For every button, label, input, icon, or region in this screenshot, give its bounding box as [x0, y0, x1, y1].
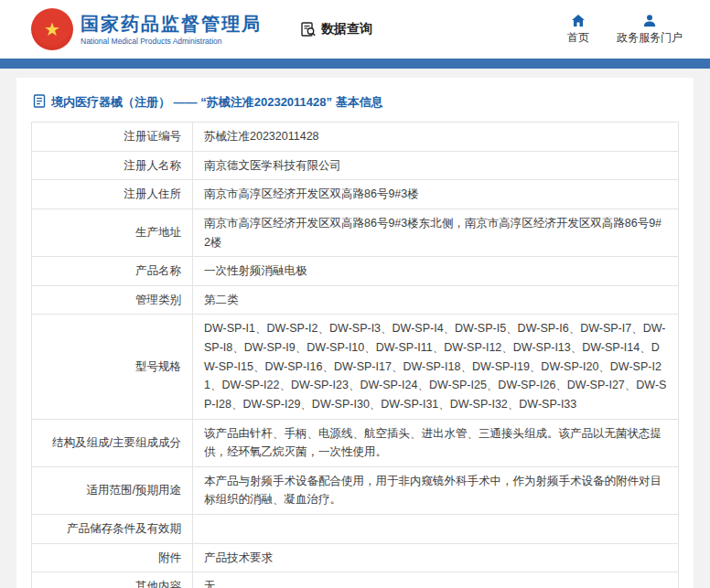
- row-value: [193, 515, 679, 544]
- row-label: 管理类别: [32, 285, 193, 315]
- row-value: 第二类: [193, 285, 679, 315]
- row-value: 无: [193, 572, 679, 588]
- user-icon: [642, 14, 657, 27]
- content-card: 境内医疗器械（注册） —— “苏械注准20232011428” 基本信息 注册证…: [16, 78, 694, 588]
- org-name-cn: 国家药品监督管理局: [81, 14, 262, 35]
- table-row: 型号规格DW-SP-I1、DW-SP-I2、DW-SP-I3、DW-SP-I4、…: [32, 315, 679, 419]
- table-row: 注册人名称南京德文医学科技有限公司: [32, 151, 679, 180]
- home-icon: [571, 14, 586, 27]
- table-row: 结构及组成/主要组成成分该产品由针杆、手柄、电源线、航空插头、进出水管、三通接头…: [32, 419, 679, 466]
- row-value: 苏械注准20232011428: [193, 123, 679, 152]
- nav-portal[interactable]: 政务服务门户: [617, 14, 683, 46]
- org-names: 国家药品监督管理局 National Medical Products Admi…: [81, 14, 262, 46]
- row-value: 南京德文医学科技有限公司: [193, 151, 679, 180]
- org-name-en: National Medical Products Administration: [81, 37, 262, 46]
- row-value: 该产品由针杆、手柄、电源线、航空插头、进出水管、三通接头组成。该产品以无菌状态提…: [193, 419, 679, 466]
- header: ★ 国家药品监督管理局 National Medical Products Ad…: [0, 0, 710, 59]
- page-title: 境内医疗器械（注册） —— “苏械注准20232011428” 基本信息: [31, 87, 679, 122]
- table-row: 适用范围/预期用途本产品与射频手术设备配合使用，用于非内窥镜外科手术中，作为射频…: [32, 466, 679, 514]
- table-row: 管理类别第二类: [32, 285, 679, 315]
- header-nav: 首页 政务服务门户: [567, 14, 683, 46]
- table-row: 其他内容无: [32, 572, 679, 588]
- table-row: 生产地址南京市高淳区经济开发区双高路86号9#3楼东北侧，南京市高淳区经济开发区…: [32, 208, 679, 256]
- info-table-body: 注册证编号苏械注准20232011428注册人名称南京德文医学科技有限公司注册人…: [32, 123, 679, 588]
- row-label: 注册证编号: [32, 123, 193, 152]
- row-value: 南京市高淳区经济开发区双高路86号9#3楼东北侧，南京市高淳区经济开发区双高路8…: [193, 208, 679, 256]
- main: 境内医疗器械（注册） —— “苏械注准20232011428” 基本信息 注册证…: [0, 69, 710, 588]
- row-label: 注册人名称: [32, 151, 193, 180]
- row-label: 型号规格: [32, 315, 193, 419]
- row-value: 本产品与射频手术设备配合使用，用于非内窥镜外科手术中，作为射频手术设备的附件对目…: [193, 466, 679, 514]
- table-row: 注册人住所南京市高淳区经济开发区双高路86号9#3楼: [32, 180, 679, 209]
- table-row: 注册证编号苏械注准20232011428: [32, 123, 679, 152]
- table-row: 产品名称一次性射频消融电极: [32, 257, 679, 286]
- row-label: 其他内容: [32, 572, 193, 588]
- row-value: 南京市高淳区经济开发区双高路86号9#3楼: [193, 180, 679, 209]
- row-value: 产品技术要求: [193, 543, 679, 572]
- table-row: 产品储存条件及有效期: [32, 515, 679, 544]
- row-label: 产品名称: [32, 257, 193, 286]
- row-value: 一次性射频消融电极: [193, 257, 679, 286]
- info-table: 注册证编号苏械注准20232011428注册人名称南京德文医学科技有限公司注册人…: [31, 122, 679, 588]
- row-label: 适用范围/预期用途: [32, 466, 193, 514]
- document-icon: [33, 94, 46, 111]
- header-left: ★ 国家药品监督管理局 National Medical Products Ad…: [31, 8, 372, 50]
- row-label: 附件: [32, 543, 193, 572]
- page-title-text: 境内医疗器械（注册） —— “苏械注准20232011428” 基本信息: [51, 94, 383, 111]
- nav-portal-label: 政务服务门户: [617, 30, 683, 46]
- row-value: DW-SP-I1、DW-SP-I2、DW-SP-I3、DW-SP-I4、DW-S…: [193, 315, 679, 419]
- data-query-icon: [300, 21, 317, 37]
- table-row: 附件产品技术要求: [32, 543, 679, 572]
- emblem-star-icon: ★: [44, 20, 60, 38]
- nav-home[interactable]: 首页: [567, 14, 589, 46]
- row-label: 产品储存条件及有效期: [32, 515, 193, 544]
- nav-home-label: 首页: [567, 30, 589, 46]
- national-emblem-logo: ★: [31, 8, 73, 50]
- row-label: 生产地址: [32, 208, 193, 256]
- nav-data-query[interactable]: 数据查询: [300, 21, 372, 37]
- data-query-label: 数据查询: [321, 21, 372, 37]
- blue-divider-bar: [0, 59, 710, 69]
- row-label: 注册人住所: [32, 180, 193, 209]
- row-label: 结构及组成/主要组成成分: [32, 419, 193, 466]
